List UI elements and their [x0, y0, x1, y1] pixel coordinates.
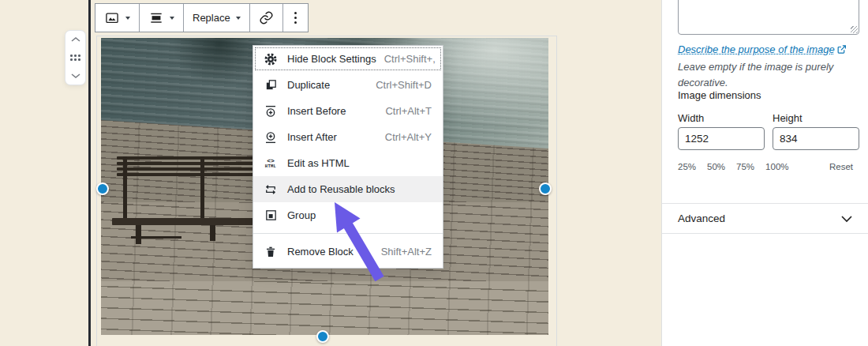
reset-button[interactable]: Reset	[829, 162, 853, 171]
chevron-up-icon	[70, 36, 81, 43]
menu-separator	[253, 233, 443, 234]
alt-text-input[interactable]	[678, 0, 859, 35]
resize-handle-left[interactable]	[96, 182, 109, 195]
gutenberg-editor: Replace Hide Block Settings Ctrl+Shift+,	[0, 0, 868, 346]
alt-text-help: Describe the purpose of the imageLeave e…	[678, 42, 862, 91]
menu-item-label: Insert Before	[287, 105, 377, 117]
resize-handle-right[interactable]	[539, 182, 552, 195]
link-button[interactable]	[250, 4, 283, 32]
menu-item-insert-before[interactable]: Insert Before Ctrl+Alt+T	[253, 98, 443, 124]
more-options-button[interactable]	[283, 4, 308, 32]
scale-100-button[interactable]: 100%	[765, 162, 788, 171]
menu-item-label: Remove Block	[287, 246, 373, 258]
link-icon	[259, 10, 274, 25]
editor-canvas-edge	[88, 0, 91, 346]
replace-button[interactable]: Replace	[184, 4, 250, 32]
image-block-icon	[104, 10, 120, 26]
resize-handle-bottom[interactable]	[316, 330, 329, 343]
block-toolbar: Replace	[95, 3, 309, 32]
chevron-down-icon	[840, 215, 853, 223]
html-icon: <>HTML	[262, 158, 279, 169]
align-button[interactable]	[140, 4, 184, 32]
menu-item-label: Add to Reusable blocks	[287, 183, 424, 195]
menu-item-edit-as-html[interactable]: <>HTML Edit as HTML	[253, 150, 443, 176]
scale-buttons-row: 25% 50% 75% 100% Reset	[678, 162, 853, 171]
align-icon	[148, 10, 164, 26]
menu-item-shortcut: Ctrl+Alt+Y	[385, 131, 432, 143]
duplicate-icon	[262, 78, 279, 92]
move-up-button[interactable]	[70, 36, 81, 43]
menu-item-add-to-reusable-blocks[interactable]: Add to Reusable blocks	[253, 176, 443, 202]
textarea-resize-grip[interactable]	[851, 26, 858, 33]
advanced-panel-toggle[interactable]: Advanced	[662, 204, 868, 233]
menu-item-label: Duplicate	[287, 79, 368, 91]
advanced-label: Advanced	[678, 212, 725, 224]
settings-sidebar: Describe the purpose of the imageLeave e…	[661, 0, 868, 346]
menu-item-label: Hide Block Settings	[287, 53, 376, 65]
chevron-down-icon	[125, 17, 130, 20]
height-field[interactable]	[773, 127, 859, 150]
height-label: Height	[773, 112, 803, 124]
block-options-menu: Hide Block Settings Ctrl+Shift+, Duplica…	[253, 45, 443, 269]
block-mover	[65, 30, 86, 85]
kebab-icon	[292, 12, 299, 24]
width-label: Width	[678, 112, 704, 124]
alt-help-suffix: Leave empty if the image is purely decor…	[678, 61, 833, 88]
insert-after-icon	[262, 130, 279, 145]
menu-item-remove-block[interactable]: Remove Block Shift+Alt+Z	[253, 239, 443, 265]
menu-item-label: Group	[287, 209, 424, 221]
insert-before-icon	[262, 104, 279, 118]
replace-label: Replace	[193, 12, 230, 24]
trash-icon	[262, 246, 279, 258]
menu-item-label: Insert After	[287, 131, 377, 143]
menu-item-group[interactable]: Group	[253, 202, 443, 228]
panel-separator	[662, 233, 868, 234]
chevron-down-icon	[70, 73, 81, 79]
move-down-button[interactable]	[70, 73, 81, 79]
scale-50-button[interactable]: 50%	[707, 162, 725, 171]
menu-item-shortcut: Shift+Alt+Z	[381, 246, 432, 258]
menu-item-hide-block-settings[interactable]: Hide Block Settings Ctrl+Shift+,	[253, 46, 443, 72]
alt-purpose-link[interactable]: Describe the purpose of the image	[678, 43, 835, 55]
menu-item-insert-after[interactable]: Insert After Ctrl+Alt+Y	[253, 124, 443, 150]
gear-icon	[262, 52, 279, 66]
width-field[interactable]	[678, 127, 765, 150]
chevron-down-icon	[170, 17, 174, 20]
menu-item-shortcut: Ctrl+Shift+,	[384, 53, 436, 65]
external-link-icon	[836, 43, 847, 59]
scale-75-button[interactable]: 75%	[736, 162, 754, 171]
menu-item-shortcut: Ctrl+Alt+T	[385, 105, 432, 117]
menu-item-duplicate[interactable]: Duplicate Ctrl+Shift+D	[253, 72, 443, 98]
scale-25-button[interactable]: 25%	[678, 162, 696, 171]
block-type-button[interactable]	[95, 4, 140, 32]
chevron-down-icon	[236, 17, 241, 20]
group-icon	[262, 209, 279, 222]
menu-item-label: Edit as HTML	[287, 157, 424, 169]
menu-item-shortcut: Ctrl+Shift+D	[376, 79, 432, 91]
drag-handle[interactable]	[70, 55, 81, 62]
image-dimensions-title: Image dimensions	[678, 89, 761, 101]
reusable-block-icon	[262, 182, 279, 197]
